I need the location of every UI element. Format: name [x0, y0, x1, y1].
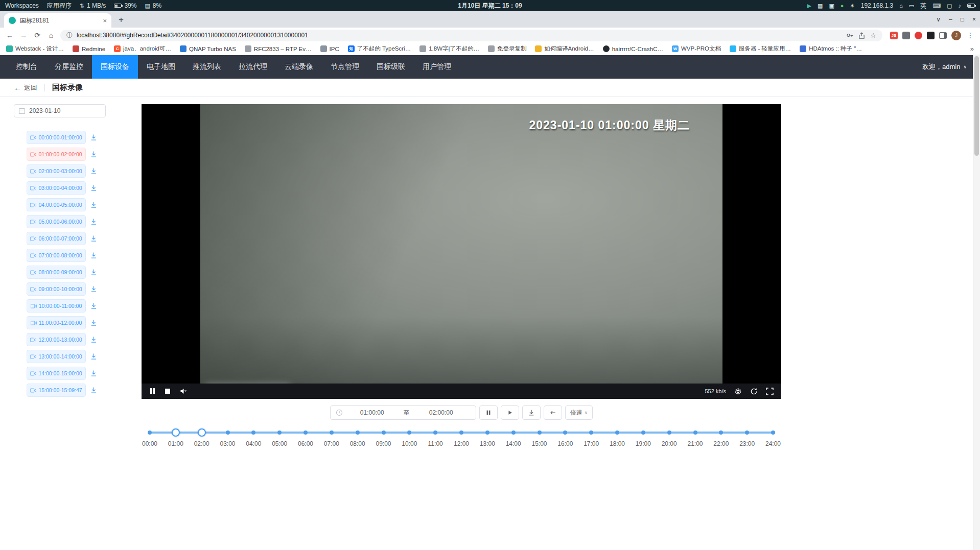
address-bar[interactable]: ⓘ localhost:38080/#/gbRecordDetail/34020…	[60, 30, 882, 41]
segment-download-icon[interactable]	[90, 336, 97, 343]
bookmark-item[interactable]: WWVP-PRO文档	[672, 45, 721, 53]
keyboard-icon[interactable]: ⌨	[932, 3, 941, 9]
seek-back-button[interactable]	[544, 405, 562, 420]
media-play-icon[interactable]: ▶	[807, 3, 811, 9]
segment-button[interactable]: 04:00:00-05:00:00	[27, 198, 86, 211]
nav-item-7[interactable]: 云端录像	[276, 55, 322, 79]
browser-menu-icon[interactable]: ⋮	[966, 31, 975, 39]
segment-download-icon[interactable]	[90, 353, 97, 360]
segment-download-icon[interactable]	[90, 285, 97, 293]
screenshot-icon[interactable]: ▦	[818, 3, 823, 9]
date-picker[interactable]: 2023-01-10	[14, 104, 106, 117]
segment-button[interactable]: 08:00:00-09:00:00	[27, 266, 86, 279]
nav-item-5[interactable]: 推流列表	[184, 55, 230, 79]
side-panel-icon[interactable]	[939, 32, 947, 39]
nav-item-6[interactable]: 拉流代理	[230, 55, 276, 79]
site-info-icon[interactable]: ⓘ	[66, 31, 73, 40]
player-volume-muted-icon[interactable]	[180, 388, 188, 395]
browser-tab[interactable]: 国标28181 ×	[4, 13, 111, 28]
segment-download-icon[interactable]	[90, 168, 97, 175]
segment-button[interactable]: 00:00:00-01:00:00	[27, 131, 86, 144]
download-button[interactable]	[522, 405, 541, 420]
window-minimize-button[interactable]: –	[949, 16, 952, 23]
browser-reload-icon[interactable]: ⟳	[33, 31, 42, 39]
new-tab-button[interactable]: +	[114, 13, 128, 27]
segment-button[interactable]: 13:00:00-14:00:00	[27, 350, 86, 363]
player-pause-icon[interactable]	[149, 388, 155, 394]
url-text[interactable]: localhost:38080/#/gbRecordDetail/3402000…	[77, 32, 842, 39]
bookmark-item[interactable]: 1.8W字|了不起的…	[419, 45, 479, 53]
tab-close-icon[interactable]: ×	[103, 17, 107, 25]
segment-download-icon[interactable]	[90, 269, 97, 276]
share-icon[interactable]	[858, 32, 865, 39]
bookmark-item[interactable]: 如何编译Android…	[535, 45, 594, 53]
nav-item-9[interactable]: 国标级联	[368, 55, 414, 79]
segment-download-icon[interactable]	[90, 184, 97, 192]
browser-home-icon[interactable]: ⌂	[46, 31, 56, 39]
player-fullscreen-icon[interactable]	[766, 388, 774, 395]
back-button[interactable]: ← 返回	[14, 83, 37, 92]
nav-item-8[interactable]: 节点管理	[322, 55, 368, 79]
segment-button[interactable]: 02:00:00-03:00:00	[27, 164, 86, 178]
segment-download-icon[interactable]	[90, 201, 97, 208]
segment-download-icon[interactable]	[90, 370, 97, 377]
bookmark-item[interactable]: 免登录复制	[488, 45, 527, 53]
nav-item-1[interactable]: 控制台	[7, 55, 46, 79]
bookmark-item[interactable]: hairrrrr/C-CrashC…	[603, 45, 663, 52]
tab-search-icon[interactable]: ∨	[936, 16, 941, 23]
pause-button[interactable]	[479, 405, 498, 420]
home-icon[interactable]: ⌂	[899, 3, 903, 9]
bookmark-item[interactable]: 知了不起的 TypeScri…	[348, 45, 411, 53]
clock[interactable]: 1月10日 星期二 15：09	[458, 2, 522, 10]
extension-icon[interactable]: JS	[890, 32, 898, 39]
segment-button[interactable]: 10:00:00-11:00:00	[27, 299, 86, 313]
clipboard-icon[interactable]: ▣	[829, 3, 834, 9]
segment-button[interactable]: 06:00:00-07:00:00	[27, 232, 86, 245]
workspaces-button[interactable]: Workspaces	[5, 2, 39, 9]
timeline-handle[interactable]	[172, 428, 180, 437]
scrollbar-thumb[interactable]	[974, 56, 979, 156]
player-refresh-icon[interactable]	[750, 388, 758, 395]
player-settings-gear-icon[interactable]	[734, 388, 742, 395]
browser-back-icon[interactable]: ←	[5, 31, 14, 39]
window-close-button[interactable]: ×	[972, 16, 976, 23]
segment-button[interactable]: 03:00:00-04:00:00	[27, 181, 86, 195]
segment-download-icon[interactable]	[90, 302, 97, 309]
speed-dropdown[interactable]: 倍速 ∨	[565, 405, 593, 420]
segment-button[interactable]: 12:00:00-13:00:00	[27, 333, 86, 346]
nav-item-4[interactable]: 电子地图	[138, 55, 184, 79]
bookmark-item[interactable]: QNAP Turbo NAS	[180, 45, 236, 52]
segment-download-icon[interactable]	[90, 151, 97, 158]
profile-avatar[interactable]: J	[951, 31, 961, 40]
segment-download-icon[interactable]	[90, 319, 97, 326]
bookmark-item[interactable]: IPC	[320, 45, 339, 52]
start-time-input[interactable]: 01:00:00	[343, 409, 402, 416]
timeline[interactable]: 00:0001:0002:0003:0004:0005:0006:0007:00…	[142, 425, 781, 450]
time-range-picker[interactable]: 01:00:00 至 02:00:00	[330, 405, 476, 420]
nav-item-3[interactable]: 国标设备	[92, 55, 138, 79]
browser-forward-icon[interactable]: →	[19, 31, 28, 39]
password-key-icon[interactable]	[846, 32, 853, 39]
player-stop-icon[interactable]	[165, 389, 170, 394]
extension-icon[interactable]	[902, 32, 910, 39]
chat-icon[interactable]: ▭	[909, 3, 914, 9]
segment-button[interactable]: 09:00:00-10:00:00	[27, 282, 86, 296]
input-method-indicator[interactable]: 英	[920, 2, 926, 10]
bookmark-item[interactable]: Webstack - 设计…	[6, 45, 64, 53]
bookmarks-overflow-icon[interactable]: »	[970, 45, 974, 53]
timeline-handle[interactable]	[198, 428, 206, 437]
extension-icon[interactable]	[915, 32, 922, 39]
segment-download-icon[interactable]	[90, 235, 97, 242]
segment-button[interactable]: 07:00:00-08:00:00	[27, 249, 86, 262]
play-button[interactable]	[501, 405, 519, 420]
bookmark-item[interactable]: HDAtmos :: 种子 "…	[800, 45, 862, 53]
video-player[interactable]: 2023-01-10 01:00:00 星期二 552 kb/s	[142, 104, 781, 399]
segment-download-icon[interactable]	[90, 218, 97, 225]
tools-icon[interactable]: ✶	[850, 3, 855, 9]
nav-item-2[interactable]: 分屏监控	[46, 55, 92, 79]
applications-button[interactable]: 应用程序	[47, 2, 72, 10]
display-icon[interactable]: ▢	[947, 3, 952, 9]
window-restore-button[interactable]: □	[961, 16, 964, 23]
segment-download-icon[interactable]	[90, 252, 97, 259]
segment-button[interactable]: 15:00:00-15:09:47	[27, 384, 86, 397]
